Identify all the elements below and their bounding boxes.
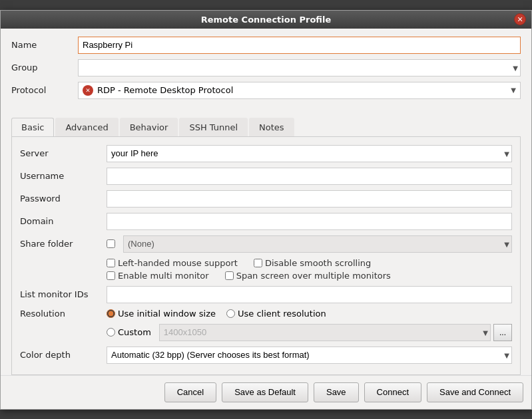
server-select[interactable]: your IP here xyxy=(107,145,512,162)
password-row: Password xyxy=(20,190,512,208)
left-handed-mouse-item: Left-handed mouse support xyxy=(107,258,238,268)
window-title: Remote Connection Profile xyxy=(201,15,332,25)
group-field: ▼ xyxy=(78,59,521,76)
share-folder-select[interactable]: (None) xyxy=(123,235,512,253)
custom-select-wrapper: 1400x1050 ▼ ... xyxy=(159,324,512,341)
color-depth-select[interactable]: Automatic (32 bpp) (Server chooses its b… xyxy=(107,347,512,364)
group-row: Group ▼ xyxy=(11,59,521,76)
resolution-custom-radio[interactable] xyxy=(107,328,115,337)
resolution-custom-label: Custom xyxy=(118,327,151,337)
protocol-field: ✕ RDP - Remote Desktop Protocol ▼ xyxy=(78,82,521,99)
share-folder-row: Share folder (None) ▼ xyxy=(20,235,512,253)
tab-basic[interactable]: Basic xyxy=(11,118,54,136)
color-depth-label: Color depth xyxy=(20,350,107,360)
resolution-initial-radio[interactable] xyxy=(107,309,115,318)
main-window: Remote Connection Profile ✕ Name Group ▼ xyxy=(0,10,532,410)
server-field: your IP here ▼ xyxy=(107,145,512,162)
enable-multi-monitor-item: Enable multi monitor xyxy=(107,271,209,281)
span-screen-checkbox[interactable] xyxy=(225,271,234,280)
color-depth-field: Automatic (32 bpp) (Server chooses its b… xyxy=(107,347,512,364)
cancel-button[interactable]: Cancel xyxy=(164,382,216,402)
share-folder-field: (None) ▼ xyxy=(107,235,512,253)
resolution-client-radio[interactable] xyxy=(226,309,235,318)
username-row: Username xyxy=(20,168,512,185)
disable-smooth-scrolling-label: Disable smooth scrolling xyxy=(265,258,371,268)
disable-smooth-scrolling-item: Disable smooth scrolling xyxy=(254,258,371,268)
titlebar: Remote Connection Profile ✕ xyxy=(1,11,531,29)
span-screen-label: Span screen over multiple monitors xyxy=(236,271,391,281)
enable-multi-monitor-checkbox[interactable] xyxy=(107,271,115,280)
tab-advanced[interactable]: Advanced xyxy=(55,118,118,136)
domain-label: Domain xyxy=(20,216,107,226)
username-field xyxy=(107,168,512,185)
protocol-row: Protocol ✕ RDP - Remote Desktop Protocol… xyxy=(11,82,521,99)
protocol-icon: ✕ xyxy=(83,85,93,96)
password-label: Password xyxy=(20,194,107,204)
button-row: Cancel Save as Default Save Connect Save… xyxy=(1,375,531,409)
password-field xyxy=(107,190,512,208)
protocol-text: RDP - Remote Desktop Protocol xyxy=(97,85,511,95)
resolution-initial-item: Use initial window size xyxy=(107,309,216,319)
group-label: Group xyxy=(11,63,78,72)
resolution-custom-item: Custom xyxy=(107,327,156,337)
domain-field xyxy=(107,213,512,230)
custom-resolution-row: Custom 1400x1050 ▼ ... xyxy=(20,324,512,341)
resolution-client-item: Use client resolution xyxy=(226,309,326,319)
username-input[interactable] xyxy=(107,168,512,185)
resolution-initial-label: Use initial window size xyxy=(118,309,216,319)
password-input[interactable] xyxy=(107,190,512,208)
share-folder-label: Share folder xyxy=(20,239,107,249)
options-row-1: Left-handed mouse support Disable smooth… xyxy=(20,258,512,268)
list-monitor-row: List monitor IDs xyxy=(20,286,512,303)
span-screen-item: Span screen over multiple monitors xyxy=(225,271,391,281)
left-handed-mouse-checkbox[interactable] xyxy=(107,259,115,267)
protocol-arrow: ▼ xyxy=(511,86,516,94)
resolution-label: Resolution xyxy=(20,309,107,319)
share-folder-checkbox[interactable] xyxy=(107,239,115,248)
save-button[interactable]: Save xyxy=(314,382,359,402)
tab-ssh-tunnel[interactable]: SSH Tunnel xyxy=(179,118,248,136)
server-label: Server xyxy=(20,148,107,158)
main-content: Name Group ▼ Protocol xyxy=(1,29,531,112)
enable-multi-monitor-label: Enable multi monitor xyxy=(118,271,209,281)
save-connect-button[interactable]: Save and Connect xyxy=(427,382,523,402)
options-row-2: Enable multi monitor Span screen over mu… xyxy=(20,271,512,281)
resolution-client-label: Use client resolution xyxy=(238,309,326,319)
domain-row: Domain xyxy=(20,213,512,230)
close-button[interactable]: ✕ xyxy=(514,13,526,25)
resolution-row: Resolution Use initial window size Use c… xyxy=(20,309,512,319)
list-monitor-input[interactable] xyxy=(107,286,512,303)
resolution-options: Use initial window size Use client resol… xyxy=(107,309,512,319)
name-field xyxy=(78,37,521,54)
tab-content-basic: Server your IP here ▼ Username xyxy=(11,137,521,375)
server-row: Server your IP here ▼ xyxy=(20,145,512,162)
custom-resolution-select[interactable]: 1400x1050 xyxy=(159,324,491,341)
protocol-label: Protocol xyxy=(11,85,78,95)
name-row: Name xyxy=(11,37,521,54)
save-default-button[interactable]: Save as Default xyxy=(222,382,308,402)
name-input[interactable] xyxy=(78,37,521,54)
custom-browse-button[interactable]: ... xyxy=(493,324,512,341)
color-depth-row: Color depth Automatic (32 bpp) (Server c… xyxy=(20,347,512,364)
list-monitor-label: List monitor IDs xyxy=(20,289,107,299)
username-label: Username xyxy=(20,171,107,181)
name-label: Name xyxy=(11,40,78,50)
group-select[interactable] xyxy=(78,59,521,76)
left-handed-mouse-label: Left-handed mouse support xyxy=(118,258,238,268)
connect-button[interactable]: Connect xyxy=(364,382,421,402)
list-monitor-field xyxy=(107,286,512,303)
tab-bar: Basic Advanced Behavior SSH Tunnel Notes xyxy=(11,118,521,137)
tab-behavior[interactable]: Behavior xyxy=(120,118,178,136)
disable-smooth-scrolling-checkbox[interactable] xyxy=(254,259,262,267)
domain-input[interactable] xyxy=(107,213,512,230)
tab-notes[interactable]: Notes xyxy=(249,118,294,136)
